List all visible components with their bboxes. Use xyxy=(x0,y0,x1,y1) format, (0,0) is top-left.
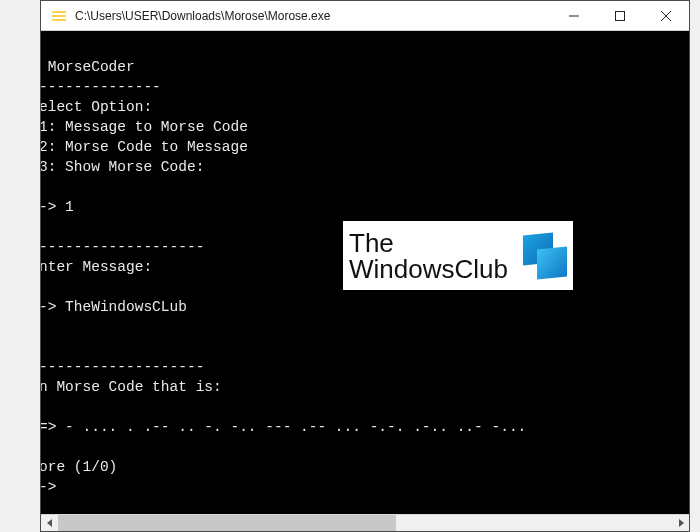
svg-marker-7 xyxy=(47,519,52,527)
console-line: elect Option: xyxy=(41,97,689,117)
svg-marker-8 xyxy=(679,519,684,527)
console-line: => - .... . .-- .. -. -.. --- .-- ... -.… xyxy=(41,417,689,437)
console-line: 3: Show Morse Code: xyxy=(41,157,689,177)
windows-logo-icon xyxy=(523,234,567,278)
console-line xyxy=(41,317,689,337)
window-controls xyxy=(551,1,689,30)
console-line: 1: Message to Morse Code xyxy=(41,117,689,137)
close-button[interactable] xyxy=(643,1,689,30)
scrollbar-track[interactable] xyxy=(58,515,672,531)
console-line: -> xyxy=(41,477,689,497)
watermark-logo: The WindowsClub xyxy=(343,221,573,290)
horizontal-scrollbar[interactable] xyxy=(41,514,689,531)
console-window: C:\Users\USER\Downloads\Morose\Morose.ex… xyxy=(40,0,690,532)
console-line xyxy=(41,37,689,57)
console-line: 2: Morse Code to Message xyxy=(41,137,689,157)
console-line: ------------------- xyxy=(41,357,689,377)
svg-rect-0 xyxy=(52,11,66,13)
watermark-line2: WindowsClub xyxy=(349,256,508,282)
console-line: -> TheWindowsCLub xyxy=(41,297,689,317)
window-title: C:\Users\USER\Downloads\Morose\Morose.ex… xyxy=(75,9,551,23)
console-line xyxy=(41,177,689,197)
console-line xyxy=(41,397,689,417)
minimize-button[interactable] xyxy=(551,1,597,30)
console-line: MorseCoder xyxy=(41,57,689,77)
maximize-button[interactable] xyxy=(597,1,643,30)
console-line: -------------- xyxy=(41,77,689,97)
svg-rect-1 xyxy=(52,15,66,17)
console-client-area[interactable]: MorseCoder--------------elect Option:1: … xyxy=(41,31,689,514)
scrollbar-thumb[interactable] xyxy=(58,515,396,531)
console-line: -> 1 xyxy=(41,197,689,217)
scroll-left-button[interactable] xyxy=(41,515,58,531)
console-line xyxy=(41,437,689,457)
console-line: n Morse Code that is: xyxy=(41,377,689,397)
app-icon xyxy=(49,6,69,26)
svg-rect-2 xyxy=(52,19,66,21)
titlebar[interactable]: C:\Users\USER\Downloads\Morose\Morose.ex… xyxy=(41,1,689,31)
console-line: ore (1/0) xyxy=(41,457,689,477)
svg-rect-4 xyxy=(616,11,625,20)
watermark-line1: The xyxy=(349,230,508,256)
scroll-right-button[interactable] xyxy=(672,515,689,531)
console-line xyxy=(41,337,689,357)
